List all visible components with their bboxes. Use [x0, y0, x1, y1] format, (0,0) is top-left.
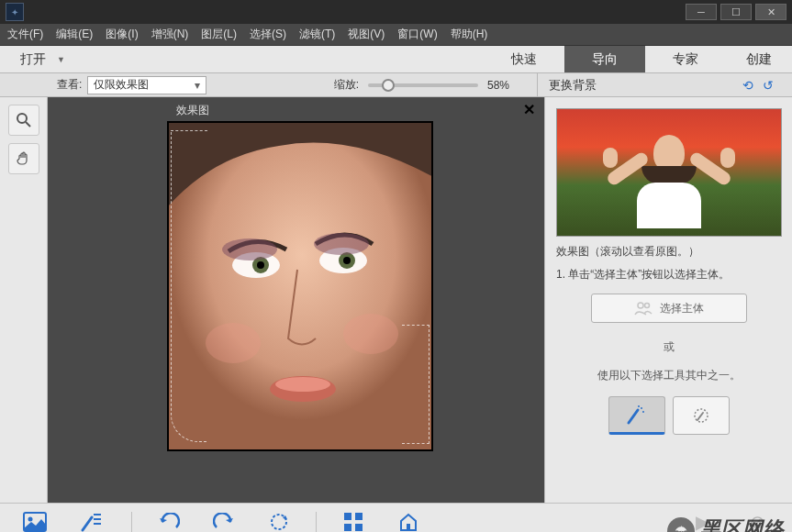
reset-icon[interactable]: ↺	[763, 78, 774, 93]
rotate-icon	[267, 510, 291, 532]
redo-icon	[212, 510, 236, 532]
view-value: 仅限效果图	[94, 77, 149, 93]
tooloptions-button[interactable]: 工具选项▼	[68, 510, 117, 532]
sidebar-title: 更换背景	[549, 77, 597, 94]
svg-rect-28	[355, 513, 363, 520]
menu-item[interactable]: 增强(N)	[151, 27, 189, 42]
people-icon	[634, 301, 653, 316]
titlebar: ✦ ─ ☐ ✕	[0, 0, 792, 24]
bottom-toolbar: 照片箱▼ 工具选项▼ 还原 重做 旋转▼ 管理器 主屏幕 ▶ 下一步 ⊘ 取消 …	[0, 503, 792, 532]
svg-line-1	[26, 122, 30, 127]
main: 效果图 ✕	[0, 97, 792, 503]
select-subject-button[interactable]: 选择主体	[591, 294, 747, 323]
svg-rect-30	[355, 524, 363, 531]
svg-point-18	[642, 411, 644, 413]
svg-point-17	[641, 407, 642, 409]
home-icon	[396, 510, 420, 532]
tool-hint: 使用以下选择工具其中之一。	[556, 368, 781, 383]
canvas-close[interactable]: ✕	[523, 101, 535, 118]
menu-item[interactable]: 窗口(W)	[397, 27, 437, 42]
maximize-button[interactable]: ☐	[720, 4, 752, 20]
svg-rect-29	[344, 524, 351, 531]
svg-point-8	[343, 257, 351, 264]
caret-down-icon: ▼	[57, 55, 65, 64]
menu-item[interactable]: 视图(V)	[348, 27, 385, 42]
right-panel: 效果图（滚动以查看原图。） 1. 单击“选择主体”按钮以选择主体。 选择主体 或…	[544, 97, 792, 503]
redo-button[interactable]: 重做	[202, 510, 246, 532]
photobin-icon	[23, 510, 47, 532]
svg-point-16	[644, 304, 649, 308]
app-icon: ✦	[6, 3, 24, 21]
preview-caption: 效果图（滚动以查看原图。）	[556, 244, 781, 260]
view-select[interactable]: 仅限效果图	[87, 76, 206, 94]
svg-point-7	[257, 261, 264, 269]
create-button[interactable]: 创建	[726, 51, 792, 68]
svg-point-15	[638, 303, 643, 308]
menu-item[interactable]: 图层(L)	[201, 27, 237, 42]
svg-point-10	[314, 233, 369, 255]
view-label: 查看:	[57, 77, 82, 93]
open-button[interactable]: 打开 ▼	[0, 51, 82, 68]
menu-item[interactable]: 滤镜(T)	[299, 27, 335, 42]
svg-point-13	[206, 323, 261, 363]
menu-item[interactable]: 文件(F)	[7, 27, 43, 42]
next-button[interactable]: ▶ 下一步	[680, 510, 724, 532]
canvas-area: 效果图 ✕	[48, 97, 544, 503]
svg-rect-31	[407, 524, 410, 530]
rotate-button[interactable]: 旋转▼	[257, 510, 301, 532]
step1-text: 1. 单击“选择主体”按钮以选择主体。	[556, 267, 781, 283]
svg-point-9	[222, 238, 277, 260]
zoom-thumb[interactable]	[382, 79, 395, 92]
cancel-button[interactable]: ⊘ 取消	[735, 510, 779, 532]
zoom-value: 58%	[487, 79, 519, 92]
undo-button[interactable]: 还原	[147, 510, 191, 532]
quick-selection-tool[interactable]	[608, 396, 665, 435]
mode-quick[interactable]: 快速	[484, 46, 564, 72]
minimize-button[interactable]: ─	[686, 4, 717, 20]
svg-rect-27	[344, 513, 351, 520]
mode-guided[interactable]: 导向	[564, 46, 645, 72]
selection-tools	[556, 396, 781, 435]
menubar: 文件(F)编辑(E)图像(I)增强(N)图层(L)选择(S)滤镜(T)视图(V)…	[0, 24, 792, 46]
photobin-button[interactable]: 照片箱▼	[13, 510, 57, 532]
mode-expert[interactable]: 专家	[645, 46, 726, 72]
menu-item[interactable]: 帮助(H)	[451, 27, 488, 42]
select-subject-label: 选择主体	[660, 301, 704, 316]
options-bar: 查看: 仅限效果图 缩放: 58% 更换背景 ⟲ ↺	[0, 73, 792, 97]
tool-column	[0, 97, 48, 503]
separator	[131, 512, 132, 533]
preview-image[interactable]	[556, 108, 782, 237]
organizer-icon	[341, 510, 365, 532]
or-separator: 或	[556, 339, 781, 355]
menu-item[interactable]: 图像(I)	[106, 27, 138, 42]
undo-icon	[157, 510, 181, 532]
svg-point-22	[28, 517, 33, 522]
svg-point-0	[17, 114, 27, 123]
open-bar: 打开 ▼ 快速 导向 专家 创建	[0, 46, 792, 73]
zoom-tool[interactable]	[8, 105, 39, 136]
undo-icon[interactable]: ⟲	[742, 78, 753, 93]
home-button[interactable]: 主屏幕	[386, 510, 430, 532]
magic-wand-tool[interactable]	[673, 396, 730, 435]
canvas[interactable]	[167, 121, 433, 451]
menu-item[interactable]: 编辑(E)	[56, 27, 93, 42]
svg-point-12	[275, 377, 330, 392]
svg-rect-2	[169, 123, 433, 451]
svg-point-14	[343, 314, 398, 354]
svg-point-19	[638, 405, 640, 407]
open-label: 打开	[20, 51, 46, 68]
menu-item[interactable]: 选择(S)	[250, 27, 286, 42]
zoom-label: 缩放:	[334, 77, 359, 93]
sidebar-header: 更换背景 ⟲ ↺	[537, 73, 785, 97]
cancel-icon: ⊘	[745, 510, 769, 532]
organizer-button[interactable]: 管理器	[331, 510, 375, 532]
separator	[316, 512, 317, 533]
hand-tool[interactable]	[8, 143, 39, 174]
zoom-group: 缩放: 58%	[334, 77, 537, 93]
mode-tabs: 快速 导向 专家	[484, 46, 726, 72]
close-button[interactable]: ✕	[755, 4, 786, 20]
window-controls: ─ ☐ ✕	[686, 4, 786, 20]
zoom-slider[interactable]	[368, 83, 478, 87]
next-icon: ▶	[690, 510, 714, 532]
canvas-title: 效果图	[176, 103, 209, 118]
